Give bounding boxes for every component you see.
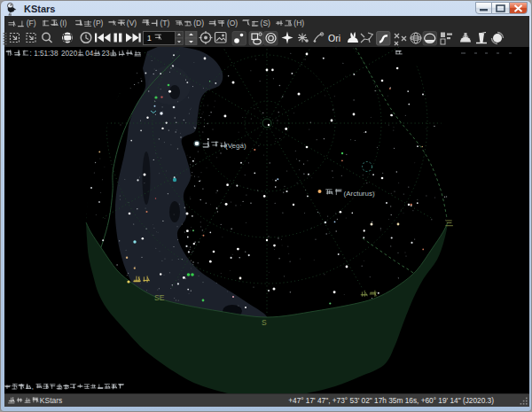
svg-text:Ori: Ori <box>328 33 340 43</box>
svg-text:(F): (F) <box>27 19 36 27</box>
svg-text:(H): (H) <box>293 19 304 27</box>
svg-text:(P): (P) <box>93 19 104 27</box>
svg-text:(S): (S) <box>261 19 271 27</box>
svg-text:1: 1 <box>147 34 152 43</box>
svg-text:2020: 2020 <box>61 50 78 58</box>
svg-text:(T): (T) <box>160 19 170 27</box>
svg-text:: 1:51:38: : 1:51:38 <box>30 50 59 58</box>
svg-text:SE: SE <box>154 293 165 302</box>
svg-text:(D): (D) <box>193 19 204 27</box>
svg-text:(O): (O) <box>227 19 238 27</box>
svg-text:KStars: KStars <box>40 396 63 405</box>
svg-text:S: S <box>262 318 267 327</box>
svg-text:(Arcturus): (Arcturus) <box>344 190 375 198</box>
svg-text:(I): (I) <box>59 19 66 27</box>
svg-text:,: , <box>32 383 34 391</box>
svg-text:04: 04 <box>85 50 94 58</box>
svg-text:+47° 17' 47", +73° 53' 02" 17: +47° 17' 47", +73° 53' 02" 17h 35m 16s, … <box>288 396 494 405</box>
svg-text:23: 23 <box>101 50 110 58</box>
svg-text:(V): (V) <box>127 19 137 27</box>
svg-text:(Vega): (Vega) <box>225 142 246 150</box>
